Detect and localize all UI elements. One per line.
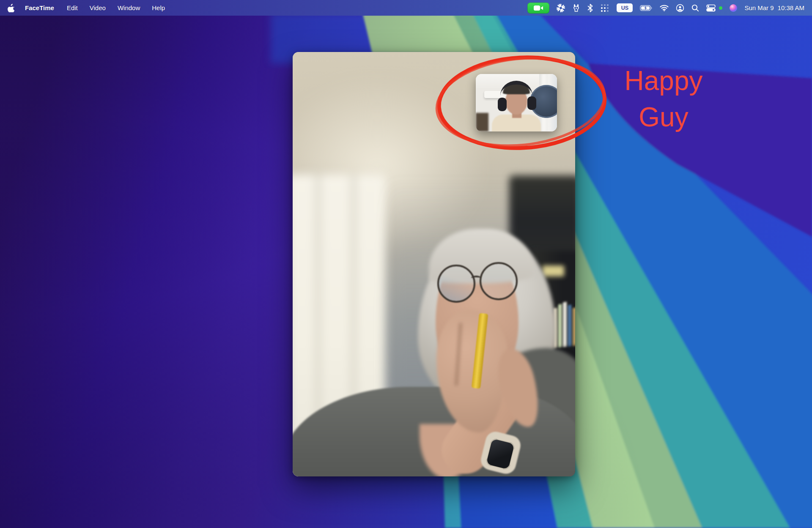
clock-date: Sun Mar 9 — [744, 4, 774, 11]
wifi-icon[interactable] — [660, 5, 669, 11]
menu-bar-left: FaceTime Edit Video Window Help — [0, 0, 171, 16]
dots-grid-icon[interactable] — [600, 3, 609, 13]
apple-menu-icon[interactable] — [8, 4, 15, 12]
menu-bar: FaceTime Edit Video Window Help — [0, 0, 812, 16]
facetime-camera-icon[interactable] — [527, 3, 549, 14]
menu-item-window[interactable]: Window — [112, 0, 146, 16]
pip-headphone-cup-left — [498, 98, 507, 111]
menu-item-help[interactable]: Help — [146, 0, 171, 16]
spotlight-search-icon[interactable] — [691, 4, 699, 12]
pip-headphone-cup-right — [527, 96, 536, 110]
bluetooth-icon[interactable] — [587, 4, 593, 12]
user-account-icon[interactable] — [676, 4, 684, 12]
status-green-dot — [719, 6, 722, 10]
annotation-text-line1: Happy — [607, 63, 720, 99]
menu-item-facetime[interactable]: FaceTime — [18, 0, 61, 16]
menu-item-edit[interactable]: Edit — [61, 0, 84, 16]
person-glasses — [436, 261, 521, 304]
menu-item-video[interactable]: Video — [84, 0, 112, 16]
siri-icon[interactable] — [730, 4, 737, 12]
annotation-text: Happy Guy — [607, 63, 720, 135]
desktop: FaceTime Edit Video Window Help — [0, 0, 812, 528]
keyboard-layout-badge[interactable]: US — [617, 3, 633, 12]
clock-time: 10:38 AM — [778, 4, 804, 11]
battery-charging-icon[interactable] — [640, 5, 653, 11]
pip-door — [476, 113, 488, 131]
sun-rays-icon[interactable] — [557, 4, 565, 12]
annotation-text-line2: Guy — [607, 99, 720, 135]
menu-bar-clock[interactable]: Sun Mar 9 10:38 AM — [744, 4, 804, 11]
shelf-box — [542, 265, 564, 276]
llama-icon[interactable] — [572, 4, 580, 12]
control-center-icon[interactable] — [706, 4, 716, 12]
facetime-window[interactable] — [293, 52, 575, 476]
menu-bar-status: US — [527, 3, 812, 14]
pip-self-view[interactable] — [476, 74, 557, 131]
